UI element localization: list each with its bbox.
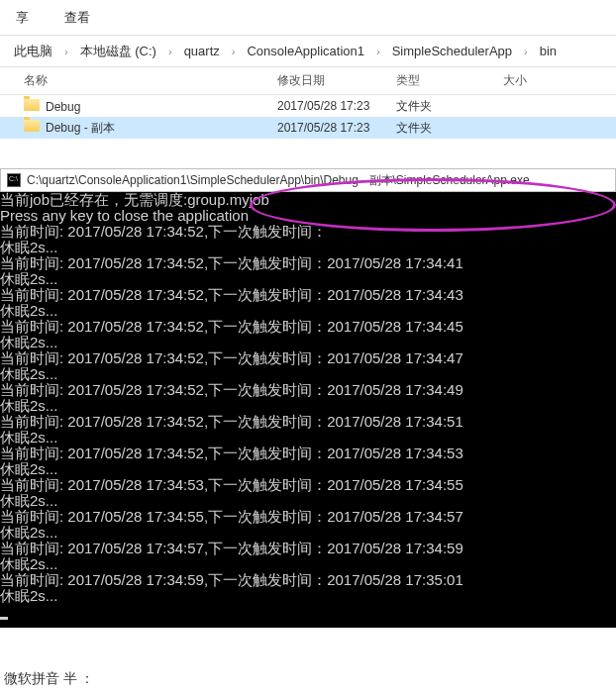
breadcrumb-segment[interactable]: 本地磁盘 (C:) bbox=[74, 43, 162, 60]
console-line: 当前时间: 2017/05/28 17:34:57,下一次触发时间：2017/0… bbox=[0, 541, 616, 556]
console-line: 休眠2s... bbox=[0, 335, 616, 350]
console-line: 当前时间: 2017/05/28 17:34:59,下一次触发时间：2017/0… bbox=[0, 572, 616, 588]
console-line: 当前时间: 2017/05/28 17:34:52,下一次触发时间：2017/0… bbox=[0, 350, 616, 366]
chevron-right-icon: › bbox=[370, 46, 386, 57]
console-titlebar[interactable]: C:\quartz\ConsoleApplication1\SimpleSche… bbox=[0, 168, 616, 192]
console-line: Press any key to close the application bbox=[0, 208, 616, 224]
console-line: 当前时间: 2017/05/28 17:34:52,下一次触发时间：2017/0… bbox=[0, 382, 616, 398]
console-line: 当前时间: 2017/05/28 17:34:55,下一次触发时间：2017/0… bbox=[0, 509, 616, 525]
chevron-right-icon: › bbox=[162, 46, 178, 57]
console-line: 休眠2s... bbox=[0, 556, 616, 572]
console-line: 当前时间: 2017/05/28 17:34:52,下一次触发时间： bbox=[0, 224, 616, 240]
file-name: Debug - 副本 bbox=[46, 121, 115, 135]
toolbar-view[interactable]: 查看 bbox=[56, 5, 98, 31]
console-line: 当前时间: 2017/05/28 17:34:52,下一次触发时间：2017/0… bbox=[0, 319, 616, 335]
file-list: 名称 修改日期 类型 大小 Debug2017/05/28 17:23文件夹De… bbox=[0, 67, 616, 139]
console-icon bbox=[7, 173, 21, 187]
chevron-right-icon: › bbox=[518, 46, 534, 57]
console-window: C:\quartz\ConsoleApplication1\SimpleSche… bbox=[0, 168, 616, 628]
ime-status: 微软拼音 半 ： bbox=[4, 670, 94, 688]
file-date: 2017/05/28 17:23 bbox=[277, 121, 396, 135]
breadcrumb-segment[interactable]: quartz bbox=[178, 44, 226, 58]
console-output: 当前job已经存在，无需调度:group.myjobPress any key … bbox=[0, 192, 616, 628]
breadcrumb-segment[interactable]: bin bbox=[534, 44, 563, 58]
console-title-text: C:\quartz\ConsoleApplication1\SimpleSche… bbox=[27, 172, 530, 189]
file-type: 文件夹 bbox=[396, 98, 503, 115]
col-type[interactable]: 类型 bbox=[396, 72, 503, 89]
breadcrumb-segment[interactable]: ConsoleApplication1 bbox=[241, 44, 370, 58]
breadcrumb[interactable]: 此电脑›本地磁盘 (C:)›quartz›ConsoleApplication1… bbox=[0, 36, 616, 67]
console-line: 休眠2s... bbox=[0, 240, 616, 255]
file-date: 2017/05/28 17:23 bbox=[277, 99, 396, 113]
console-line: 休眠2s... bbox=[0, 525, 616, 541]
console-line: 休眠2s... bbox=[0, 303, 616, 319]
console-line: 休眠2s... bbox=[0, 588, 616, 604]
cursor bbox=[0, 617, 8, 620]
console-line: 当前job已经存在，无需调度:group.myjob bbox=[0, 192, 616, 208]
console-line: 当前时间: 2017/05/28 17:34:52,下一次触发时间：2017/0… bbox=[0, 287, 616, 303]
folder-icon bbox=[24, 99, 40, 111]
chevron-right-icon: › bbox=[226, 46, 242, 57]
list-header: 名称 修改日期 类型 大小 bbox=[0, 67, 616, 95]
folder-icon bbox=[24, 120, 40, 132]
col-size[interactable]: 大小 bbox=[503, 72, 582, 89]
col-name[interactable]: 名称 bbox=[24, 72, 277, 89]
table-row[interactable]: Debug2017/05/28 17:23文件夹 bbox=[0, 95, 616, 117]
file-type: 文件夹 bbox=[396, 120, 503, 137]
chevron-right-icon: › bbox=[58, 46, 74, 57]
console-line: 当前时间: 2017/05/28 17:34:52,下一次触发时间：2017/0… bbox=[0, 255, 616, 271]
console-line: 休眠2s... bbox=[0, 366, 616, 382]
col-date[interactable]: 修改日期 bbox=[277, 72, 396, 89]
console-line: 当前时间: 2017/05/28 17:34:52,下一次触发时间：2017/0… bbox=[0, 414, 616, 430]
console-line: 休眠2s... bbox=[0, 430, 616, 446]
file-name: Debug bbox=[46, 100, 80, 114]
toolbar-share[interactable]: 享 bbox=[8, 5, 37, 31]
console-line: 休眠2s... bbox=[0, 493, 616, 509]
breadcrumb-segment[interactable]: 此电脑 bbox=[8, 43, 58, 60]
table-row[interactable]: Debug - 副本2017/05/28 17:23文件夹 bbox=[0, 117, 616, 139]
explorer-toolbar: 享 查看 bbox=[0, 0, 616, 36]
console-line: 休眠2s... bbox=[0, 398, 616, 414]
console-line: 休眠2s... bbox=[0, 461, 616, 477]
breadcrumb-segment[interactable]: SimpleSchedulerApp bbox=[386, 44, 518, 58]
console-line: 当前时间: 2017/05/28 17:34:52,下一次触发时间：2017/0… bbox=[0, 446, 616, 461]
console-line: 当前时间: 2017/05/28 17:34:53,下一次触发时间：2017/0… bbox=[0, 477, 616, 493]
console-line: 休眠2s... bbox=[0, 271, 616, 287]
